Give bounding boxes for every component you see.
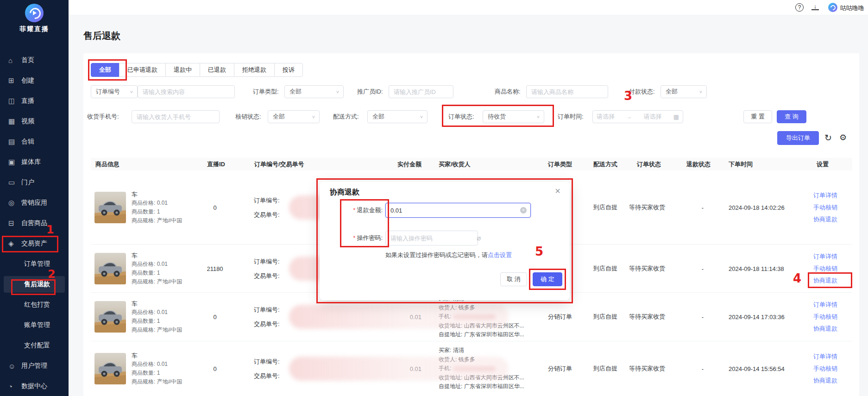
promoter-id-input[interactable] (389, 86, 453, 98)
search-field-select[interactable]: 订单编号 ∨ (91, 85, 138, 98)
eye-off-icon[interactable]: ⌀ (477, 234, 481, 242)
tab-5[interactable]: 投诉 (274, 63, 303, 77)
promoter-id-wrap (389, 85, 453, 98)
tab-4[interactable]: 拒绝退款 (234, 63, 275, 77)
order-status-select[interactable]: 待收货 ∨ (483, 110, 544, 123)
sidebar-item-after-sales-refund[interactable]: 售后退款 (0, 274, 69, 295)
order-status: 等待买家收货 (629, 365, 687, 373)
help-icon[interactable]: ? (795, 3, 804, 12)
receiver-phone-input[interactable] (132, 111, 219, 123)
set-password-link[interactable]: 点击设置 (488, 251, 512, 258)
goods-icon: ⊟ (8, 219, 17, 227)
refund-amount-label: *退款金额: (320, 203, 383, 218)
sidebar-item-red-packet[interactable]: 红包打赏 (0, 295, 69, 315)
product-name-input[interactable] (527, 86, 608, 98)
product-name: 车 (132, 251, 208, 260)
page-title: 售后退款 (83, 30, 120, 42)
search-input[interactable] (138, 86, 234, 98)
action-link[interactable]: 手动核销 (813, 363, 856, 375)
sidebar-item-self-goods[interactable]: ⊟ 自营商品 (0, 213, 69, 233)
download-icon[interactable]: ↓ (811, 3, 819, 10)
action-link[interactable]: 订单详情 (813, 351, 856, 363)
pay-status-label: 付款状态: (629, 85, 655, 98)
sidebar-item-marketing-apps[interactable]: ◎ 营销应用 (0, 193, 69, 213)
sidebar-item-album[interactable]: ▤ 合辑 (0, 132, 69, 152)
action-link[interactable]: 协商退款 (813, 323, 856, 335)
export-orders-button[interactable]: 导出订单 (777, 131, 819, 145)
close-icon[interactable]: × (555, 186, 560, 195)
action-link[interactable]: 订单详情 (813, 189, 856, 201)
live-id: 0 (202, 314, 228, 321)
delivery-mode: 到店自提 (593, 313, 630, 321)
order-number-labels: 订单编号: 交易单号: (254, 354, 280, 383)
hint-text: 如果未设置过操作密码或忘记密码，请 (385, 251, 488, 258)
password-hint: 如果未设置过操作密码或忘记密码，请点击设置 (385, 251, 512, 259)
reset-button[interactable]: 重 置 (743, 110, 772, 123)
product-name: 车 (132, 299, 208, 308)
data-icon: ◔ (8, 383, 17, 390)
receiver-phone-wrap (132, 110, 220, 123)
action-link[interactable]: 订单详情 (813, 251, 856, 263)
tab-2[interactable]: 退款中 (165, 63, 200, 77)
buyer-name: 买家: 清清 (439, 346, 554, 355)
sidebar-item-data-center[interactable]: ◔ 数据中心 (0, 376, 69, 396)
tab-1[interactable]: 已申请退款 (119, 63, 166, 77)
product-qty: 商品数量: 1 (132, 369, 208, 377)
sidebar-item-video[interactable]: ▦ 视频 (0, 111, 69, 132)
verify-status-select[interactable]: 全部 ∨ (268, 110, 320, 123)
op-password-input[interactable] (386, 231, 477, 245)
col-settings: 设置 (817, 158, 829, 170)
tab-0[interactable]: 全部 (91, 63, 120, 77)
gear-icon[interactable]: ⚙ (839, 132, 847, 143)
confirm-button[interactable]: 确 定 (533, 272, 562, 286)
pay-status-select[interactable]: 全部 ∨ (660, 85, 707, 98)
topbar: ? ↓ 咕咕噜噜 (69, 0, 868, 15)
avatar[interactable] (828, 3, 837, 12)
col-order-status: 订单状态 (637, 158, 661, 170)
chevron-down-icon: ∨ (536, 114, 540, 119)
live-id: 0 (202, 204, 228, 211)
sidebar-item-portal[interactable]: ▭ 门户 (0, 172, 69, 193)
table-header: 商品信息 直播ID 订单编号/交易单号 实付金额 买家/收货人 订单类型 配送方… (91, 158, 852, 170)
order-time-range[interactable]: 请选择 → 请选择 ▦ (592, 110, 683, 123)
delivery-mode: 到店自提 (593, 264, 630, 273)
sidebar-item-order-management[interactable]: 订单管理 (0, 254, 69, 274)
order-type: 分销订单 (548, 313, 585, 321)
action-link[interactable]: 手动核销 (813, 263, 856, 275)
sidebar-item-trade-assets[interactable]: ◈ 交易资产 (0, 233, 69, 254)
action-link[interactable]: 协商退款 (813, 214, 856, 226)
table-row: 车 商品价格: 0.01 商品数量: 1 商品规格: 产地#中国 0 订单编号:… (91, 341, 852, 396)
sidebar-item-create[interactable]: ⊞ 创建 (0, 70, 69, 91)
action-link[interactable]: 协商退款 (813, 275, 856, 287)
action-link[interactable]: 手动核销 (813, 201, 856, 214)
product-image (94, 253, 126, 284)
username[interactable]: 咕咕噜噜 (840, 4, 864, 13)
refund-amount-input[interactable] (386, 203, 520, 217)
refresh-icon[interactable]: ↻ (824, 132, 832, 143)
row-actions: 订单详情手动核销协商退款 (813, 351, 856, 387)
cancel-button[interactable]: 取 消 (500, 272, 527, 286)
action-link[interactable]: 协商退款 (813, 375, 856, 387)
sidebar-item-payment-config[interactable]: 支付配置 (0, 335, 69, 356)
product-name-label: 商品名称: (495, 85, 521, 98)
action-link[interactable]: 手动核销 (813, 311, 856, 323)
col-amount: 实付金额 (387, 158, 421, 170)
sidebar-item-media-library[interactable]: ▣ 媒体库 (0, 152, 69, 172)
delivery-mode-select[interactable]: 全部 ∨ (367, 110, 428, 123)
live-id: 21180 (202, 265, 228, 272)
delivery-mode-value: 全部 (372, 113, 384, 121)
sidebar-item-live[interactable]: ◫ 直播 (0, 91, 69, 111)
sidebar-item-home[interactable]: ⌂ 首页 (0, 50, 69, 70)
action-link[interactable]: 订单详情 (813, 299, 856, 311)
order-type: 分销订单 (548, 365, 585, 373)
product-qty: 商品数量: 1 (132, 207, 208, 216)
row-actions: 订单详情手动核销协商退款 (813, 189, 856, 226)
sidebar-item-bill-management[interactable]: 账单管理 (0, 315, 69, 335)
sidebar-item-user-management[interactable]: ☺ 用户管理 (0, 356, 69, 376)
tab-3[interactable]: 已退款 (200, 63, 234, 77)
order-type-select[interactable]: 全部 ∨ (284, 85, 344, 98)
clear-icon[interactable]: × (520, 207, 527, 214)
order-time: 2024-09-14 17:03:36 (729, 314, 798, 321)
order-status-value: 待收货 (488, 113, 506, 121)
query-button[interactable]: 查 询 (777, 110, 806, 123)
